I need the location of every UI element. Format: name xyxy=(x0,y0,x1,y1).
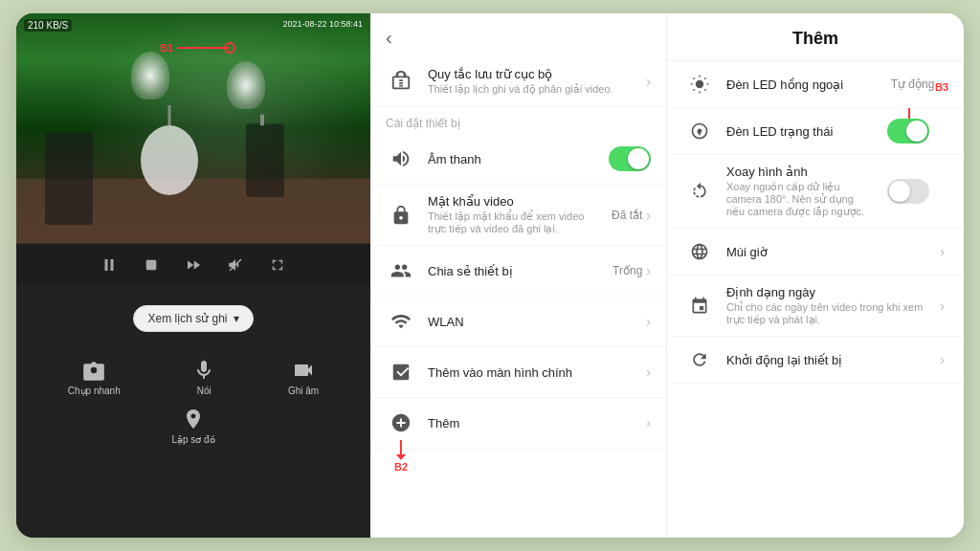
svg-rect-4 xyxy=(246,123,284,197)
them-title: Thêm xyxy=(428,416,635,430)
sound-item[interactable]: Âm thanh xyxy=(370,134,666,185)
section-label: Cài đặt thiết bị xyxy=(370,107,666,134)
right-title: Thêm xyxy=(686,29,945,49)
bottom-icons: Chụp nhanh Nói Ghi âm xyxy=(16,351,370,404)
rotate-image-subtitle: Xoay nguồn cấp dữ liệu camera 180°. Nên … xyxy=(726,181,874,218)
them-right: › xyxy=(646,415,651,430)
timezone-title: Múi giờ xyxy=(726,245,926,259)
voice-button[interactable]: Nói xyxy=(192,359,215,396)
storage-rule-content: Quy tắc lưu trữ cục bộ Thiết lập lịch gh… xyxy=(428,67,635,96)
rotate-image-title: Xoay hình ảnh xyxy=(726,165,874,179)
middle-header: ‹ xyxy=(370,13,666,56)
restart-right: › xyxy=(940,352,945,367)
timezone-item[interactable]: Múi giờ › xyxy=(667,229,964,276)
led-status-toggle[interactable] xyxy=(887,119,929,143)
stop-button[interactable] xyxy=(138,252,165,278)
left-panel: 210 KB/S 2021-08-22 10:58:41 B1 xyxy=(16,13,370,538)
led-status-title: Đèn LED trạng thái xyxy=(726,124,874,139)
mute-button[interactable] xyxy=(222,252,249,278)
wlan-item[interactable]: WLAN › xyxy=(370,297,666,347)
storage-icon xyxy=(386,66,416,97)
snapshot-button[interactable]: Chụp nhanh xyxy=(68,359,121,396)
storage-rule-item[interactable]: Quy tắc lưu trữ cục bộ Thiết lập lịch gh… xyxy=(370,56,666,107)
restart-device-item[interactable]: Khởi động lại thiết bị › xyxy=(667,337,964,384)
camera-timestamp: 2021-08-22 10:58:41 xyxy=(282,19,363,29)
led-infrared-content: Đèn LED hồng ngoại xyxy=(726,77,878,92)
sound-content: Âm thanh xyxy=(428,152,597,166)
camera-bitrate: 210 KB/S xyxy=(24,19,72,32)
date-format-content: Định dạng ngày Chỉ cho các ngày trên vid… xyxy=(726,285,926,326)
date-format-icon xyxy=(686,293,713,320)
share-device-right: Trống › xyxy=(612,263,651,278)
pause-button[interactable] xyxy=(96,252,122,278)
led-infrared-title: Đèn LED hồng ngoại xyxy=(726,77,878,92)
wlan-content: WLAN xyxy=(428,315,635,329)
led-status-icon xyxy=(686,118,713,144)
add-home-right: › xyxy=(646,364,651,380)
storage-rule-title: Quy tắc lưu trữ cục bộ xyxy=(428,67,635,81)
led-infrared-item[interactable]: Đèn LED hồng ngoại Tự động › xyxy=(667,61,964,108)
add-home-content: Thêm vào màn hình chính xyxy=(428,365,635,380)
timezone-content: Múi giờ xyxy=(726,245,926,259)
camera-controls xyxy=(16,243,370,286)
wlan-right: › xyxy=(646,314,651,329)
sound-toggle[interactable] xyxy=(609,146,651,171)
b1-annotation: B1 xyxy=(160,42,230,54)
view-history-button[interactable]: Xem lịch sử ghi ▾ xyxy=(133,305,253,332)
record-button[interactable]: Ghi âm xyxy=(288,359,319,396)
led-status-content: Đèn LED trạng thái xyxy=(726,124,874,139)
add-home-title: Thêm vào màn hình chính xyxy=(428,365,635,380)
them-icon: B2 xyxy=(386,408,416,438)
middle-panel: ‹ Quy tắc lưu trữ cục bộ Thiết lập lịch … xyxy=(370,13,667,538)
sound-icon xyxy=(386,143,416,174)
timezone-right: › xyxy=(940,244,945,259)
share-device-content: Chia sẻ thiết bị xyxy=(428,264,601,278)
sound-title: Âm thanh xyxy=(428,152,597,166)
right-header: Thêm xyxy=(667,13,964,61)
video-password-right: Đã tắt › xyxy=(612,208,651,223)
video-password-title: Mật khẩu video xyxy=(428,194,600,209)
storage-rule-chevron: › xyxy=(646,74,651,89)
rotate-image-item[interactable]: Xoay hình ảnh Xoay nguồn cấp dữ liệu cam… xyxy=(667,155,964,229)
video-password-icon xyxy=(386,200,416,231)
share-icon xyxy=(386,255,416,286)
svg-rect-1 xyxy=(45,133,93,225)
restart-icon xyxy=(686,346,713,373)
svg-rect-6 xyxy=(105,259,108,271)
camera-feed: 210 KB/S 2021-08-22 10:58:41 B1 xyxy=(16,13,370,243)
timezone-icon xyxy=(686,238,713,265)
fullscreen-button[interactable] xyxy=(264,252,291,278)
storage-rule-subtitle: Thiết lập lịch ghi và độ phân giải video… xyxy=(428,83,635,96)
wlan-icon xyxy=(386,306,416,337)
led-infrared-icon xyxy=(686,71,713,98)
restart-title: Khởi động lại thiết bị xyxy=(726,353,926,367)
rotate-image-content: Xoay hình ảnh Xoay nguồn cấp dữ liệu cam… xyxy=(726,165,874,218)
right-panel: Thêm Đèn LED hồng ngoại Tự động › B3 xyxy=(667,13,964,538)
them-content: Thêm xyxy=(428,416,635,430)
video-password-item[interactable]: Mật khẩu video Thiết lập mật khẩu để xem… xyxy=(370,185,666,246)
share-device-item[interactable]: Chia sẻ thiết bị Trống › xyxy=(370,246,666,297)
back-button[interactable]: ‹ xyxy=(386,27,392,49)
rotate-image-icon xyxy=(686,178,713,205)
svg-rect-8 xyxy=(146,260,157,271)
forward-button[interactable] xyxy=(180,252,207,278)
restart-content: Khởi động lại thiết bị xyxy=(726,353,926,367)
bottom-section: Xem lịch sử ghi ▾ Chụp nhanh Nói Ghi âm xyxy=(16,286,370,538)
add-home-icon xyxy=(386,357,416,387)
map-button[interactable]: Lập sơ đồ xyxy=(171,408,214,445)
svg-rect-5 xyxy=(260,115,264,126)
svg-rect-7 xyxy=(111,259,114,271)
rotate-image-toggle[interactable] xyxy=(887,179,929,204)
date-format-subtitle: Chỉ cho các ngày trên video trong khi xe… xyxy=(726,301,926,326)
led-status-item[interactable]: B3 Đèn LED trạng thái xyxy=(667,108,964,155)
video-password-subtitle: Thiết lập mật khẩu để xem video trực tiế… xyxy=(428,210,600,235)
video-password-content: Mật khẩu video Thiết lập mật khẩu để xem… xyxy=(428,194,600,235)
add-home-item[interactable]: Thêm vào màn hình chính › xyxy=(370,347,666,398)
date-format-item[interactable]: Định dạng ngày Chỉ cho các ngày trên vid… xyxy=(667,276,964,337)
svg-point-2 xyxy=(141,125,198,195)
date-format-right: › xyxy=(940,298,945,314)
date-format-title: Định dạng ngày xyxy=(726,285,926,299)
wlan-title: WLAN xyxy=(428,315,635,329)
them-item[interactable]: B2 Thêm › xyxy=(370,398,666,449)
svg-point-10 xyxy=(696,80,703,88)
